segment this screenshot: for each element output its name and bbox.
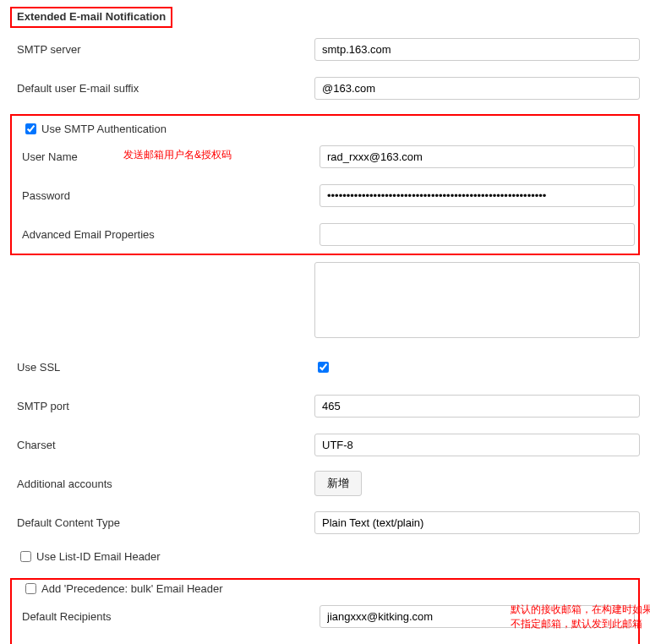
default-suffix-label: Default user E-mail suffix <box>10 82 314 95</box>
smtp-server-input[interactable] <box>314 38 640 61</box>
advanced-props-input[interactable] <box>320 223 635 246</box>
advanced-props-textarea[interactable] <box>314 262 640 338</box>
annotation-auth-note: 发送邮箱用户名&授权码 <box>123 148 232 162</box>
advanced-props-label: Advanced Email Properties <box>15 228 320 241</box>
password-input[interactable] <box>320 184 635 207</box>
default-suffix-input[interactable] <box>314 77 640 100</box>
default-recipients-label: Default Recipients <box>15 610 320 623</box>
use-list-id-label: Use List-ID Email Header <box>36 550 161 563</box>
section-title: Extended E-mail Notification <box>14 8 169 25</box>
smtp-server-label: SMTP server <box>10 43 314 56</box>
password-label: Password <box>15 189 320 202</box>
use-smtp-auth-label: Use SMTP Authentication <box>41 123 167 135</box>
charset-input[interactable] <box>314 434 640 456</box>
user-name-input[interactable] <box>320 145 635 168</box>
smtp-port-input[interactable] <box>314 395 640 418</box>
smtp-port-label: SMTP port <box>10 400 314 412</box>
default-content-type-label: Default Content Type <box>10 516 314 529</box>
use-smtp-auth-checkbox[interactable] <box>25 123 36 134</box>
annotation-recipients-note: 默认的接收邮箱，在构建时如果 不指定邮箱，默认发到此邮箱 <box>511 603 650 631</box>
use-ssl-label: Use SSL <box>10 361 314 374</box>
add-precedence-label: Add 'Precedence: bulk' Email Header <box>41 582 223 595</box>
additional-accounts-label: Additional accounts <box>10 478 314 490</box>
default-content-type-input[interactable] <box>314 511 640 534</box>
add-precedence-checkbox[interactable] <box>25 583 36 594</box>
use-ssl-checkbox[interactable] <box>318 362 329 373</box>
charset-label: Charset <box>10 439 314 451</box>
use-list-id-checkbox[interactable] <box>20 551 31 562</box>
add-account-button[interactable]: 新增 <box>314 471 362 496</box>
